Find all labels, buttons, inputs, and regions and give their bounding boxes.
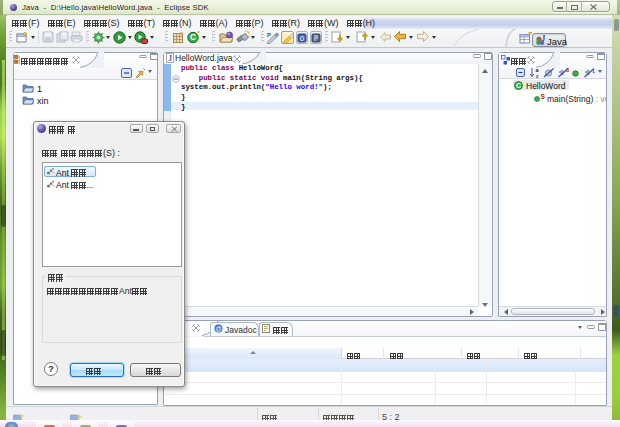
svg-text:J: J <box>168 54 172 63</box>
svg-text:@: @ <box>215 325 222 332</box>
svg-text:C: C <box>516 82 521 89</box>
svg-text:z: z <box>536 73 539 78</box>
svg-text:C: C <box>190 32 196 42</box>
svg-text:0: 0 <box>300 34 304 43</box>
svg-text:P: P <box>267 32 271 38</box>
svg-text:J: J <box>542 35 546 43</box>
